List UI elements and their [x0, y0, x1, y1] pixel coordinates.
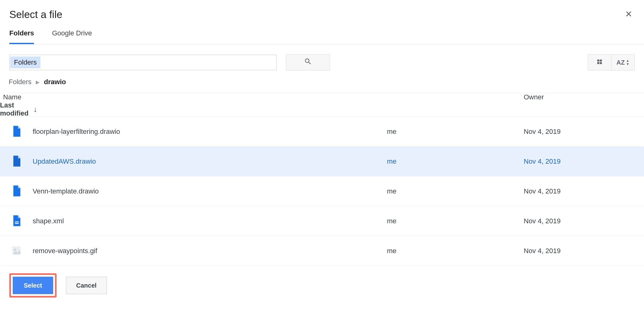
dialog-title: Select a file [9, 9, 62, 20]
file-owner: me [387, 128, 524, 136]
table-row[interactable]: shape.xmlmeNov 4, 2019 [0, 206, 644, 236]
svg-rect-1 [15, 223, 19, 224]
select-button[interactable]: Select [13, 277, 53, 294]
dialog-header: Select a file ✕ [9, 9, 635, 29]
file-modified: Nov 4, 2019 [524, 157, 635, 166]
arrow-down-icon: ↓ [34, 105, 37, 114]
table-row[interactable]: Venn-template.drawiomeNov 4, 2019 [0, 176, 644, 206]
doc-icon [0, 215, 33, 227]
grid-view-button[interactable] [588, 55, 611, 70]
svg-point-3 [14, 248, 16, 251]
file-name: shape.xml [33, 217, 387, 225]
file-owner: me [387, 157, 524, 166]
sort-button[interactable]: AZ ▲▼ [611, 55, 634, 70]
breadcrumb-root[interactable]: Folders [9, 78, 31, 86]
sort-az-icon: AZ [616, 59, 625, 66]
image-icon [0, 245, 33, 257]
file-icon [0, 185, 33, 197]
search-button[interactable] [286, 54, 330, 71]
file-table: Name Owner Last modified ↓ floorplan-lay… [0, 93, 644, 266]
file-owner: me [387, 217, 524, 225]
file-icon [0, 156, 33, 167]
column-header-owner[interactable]: Owner [524, 93, 635, 101]
file-modified: Nov 4, 2019 [524, 217, 635, 225]
search-box[interactable]: Folders [9, 55, 277, 70]
dialog-footer: Select Cancel [9, 273, 635, 298]
file-modified: Nov 4, 2019 [524, 187, 635, 195]
file-modified: Nov 4, 2019 [524, 247, 635, 255]
file-name: floorplan-layerfiltering.drawio [33, 128, 387, 136]
file-owner: me [387, 187, 524, 195]
column-header-modified[interactable]: Last modified ↓ [0, 101, 33, 117]
table-row[interactable]: UpdatedAWS.drawiomeNov 4, 2019 [0, 147, 644, 176]
file-picker-dialog: Select a file ✕ Folders Google Drive Fol… [0, 0, 644, 307]
file-modified: Nov 4, 2019 [524, 128, 635, 136]
breadcrumb: Folders ▶ drawio [9, 78, 644, 93]
search-input[interactable] [40, 55, 276, 70]
view-toggles: AZ ▲▼ [588, 54, 635, 71]
column-header-name[interactable]: Name [0, 93, 387, 101]
chevron-right-icon: ▶ [36, 79, 39, 85]
toolbar: Folders AZ ▲▼ [9, 44, 635, 71]
table-header: Name Owner Last modified ↓ [0, 93, 644, 117]
cancel-button[interactable]: Cancel [66, 277, 107, 294]
close-icon[interactable]: ✕ [623, 9, 635, 20]
picker-tabs: Folders Google Drive [9, 29, 644, 44]
file-owner: me [387, 247, 524, 255]
table-row[interactable]: remove-waypoints.gifmeNov 4, 2019 [0, 236, 644, 266]
file-icon [0, 126, 33, 138]
search-icon [304, 57, 312, 68]
table-row[interactable]: floorplan-layerfiltering.drawiomeNov 4, … [0, 117, 644, 147]
sort-direction-icon: ▲▼ [626, 59, 629, 66]
file-name: Venn-template.drawio [33, 187, 387, 195]
select-button-highlight: Select [9, 273, 57, 298]
file-name: remove-waypoints.gif [33, 247, 387, 255]
breadcrumb-current: drawio [44, 78, 66, 86]
search-filter-chip[interactable]: Folders [10, 57, 40, 68]
svg-rect-0 [15, 221, 19, 222]
tab-google-drive[interactable]: Google Drive [52, 29, 92, 44]
tab-folders[interactable]: Folders [9, 29, 34, 44]
grid-icon [596, 58, 603, 67]
file-name: UpdatedAWS.drawio [33, 157, 387, 166]
